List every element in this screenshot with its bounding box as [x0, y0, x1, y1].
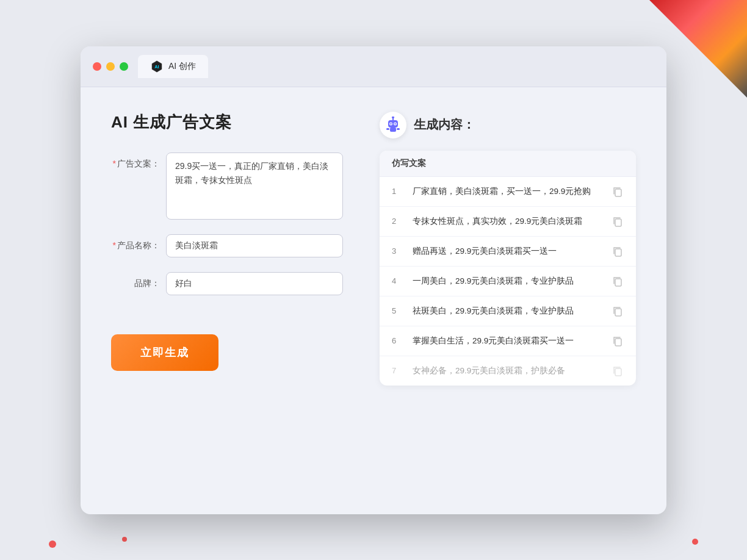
- row-text: 厂家直销，美白淡斑霜，买一送一，29.9元抢购: [413, 186, 603, 197]
- result-section-title: 生成内容：: [414, 117, 475, 133]
- row-text: 赠品再送，29.9元美白淡斑霜买一送一: [413, 246, 603, 257]
- row-number: 1: [392, 187, 404, 196]
- minimize-button[interactable]: [106, 62, 115, 71]
- row-number: 7: [392, 366, 404, 375]
- browser-window: AI AI 创作 AI 生成广告文案 *广告文案： *产品名称：: [81, 46, 666, 514]
- svg-point-6: [390, 123, 391, 124]
- result-row: 2专抹女性斑点，真实功效，29.9元美白淡斑霜: [380, 207, 636, 237]
- brand-label: 品牌：: [111, 272, 160, 289]
- svg-rect-8: [390, 127, 396, 132]
- row-number: 4: [392, 276, 404, 285]
- svg-rect-11: [615, 189, 621, 196]
- svg-text:AI: AI: [154, 63, 159, 69]
- close-button[interactable]: [93, 62, 101, 71]
- required-star-product: *: [113, 240, 116, 250]
- row-text: 一周美白，29.9元美白淡斑霜，专业护肤品: [413, 276, 603, 287]
- generate-button[interactable]: 立即生成: [111, 334, 218, 371]
- result-row: 3赠品再送，29.9元美白淡斑霜买一送一: [380, 237, 636, 267]
- left-panel: AI 生成广告文案 *广告文案： *产品名称： 品牌： 立: [111, 112, 343, 490]
- right-panel: 生成内容： 仿写文案 1厂家直销，美白淡斑霜，买一送一，29.9元抢购 2专抹女…: [380, 112, 636, 490]
- tab-ai-creator[interactable]: AI AI 创作: [138, 55, 208, 78]
- row-text: 女神必备，29.9元美白淡斑霜，护肤必备: [413, 365, 603, 376]
- svg-rect-10: [397, 128, 400, 130]
- result-row: 5祛斑美白，29.9元美白淡斑霜，专业护肤品: [380, 296, 636, 326]
- ad-copy-group: *广告文案：: [111, 153, 343, 220]
- result-header: 生成内容：: [380, 112, 636, 138]
- product-name-label: *产品名称：: [111, 234, 160, 251]
- result-row: 6掌握美白生活，29.9元美白淡斑霜买一送一: [380, 326, 636, 356]
- copy-icon[interactable]: [612, 365, 624, 377]
- svg-rect-15: [615, 309, 621, 316]
- row-number: 2: [392, 217, 404, 226]
- result-row: 4一周美白，29.9元美白淡斑霜，专业护肤品: [380, 267, 636, 296]
- svg-rect-14: [615, 279, 621, 286]
- row-text: 掌握美白生活，29.9元美白淡斑霜买一送一: [413, 336, 603, 346]
- row-number: 3: [392, 246, 404, 256]
- required-star-ad: *: [113, 159, 116, 168]
- svg-point-7: [394, 123, 395, 124]
- decorative-dot-2: [122, 537, 127, 542]
- robot-icon: [380, 112, 406, 138]
- product-name-input[interactable]: [166, 234, 343, 257]
- results-container: 仿写文案 1厂家直销，美白淡斑霜，买一送一，29.9元抢购 2专抹女性斑点，真实…: [380, 151, 636, 386]
- tab-label: AI 创作: [168, 61, 196, 72]
- row-number: 6: [392, 336, 404, 345]
- product-name-group: *产品名称：: [111, 234, 343, 257]
- brand-input[interactable]: [166, 272, 343, 295]
- copy-icon[interactable]: [612, 245, 624, 257]
- svg-rect-17: [615, 368, 621, 376]
- row-text: 专抹女性斑点，真实功效，29.9元美白淡斑霜: [413, 216, 603, 227]
- svg-rect-12: [615, 219, 621, 226]
- copy-icon[interactable]: [612, 335, 624, 347]
- result-row: 7女神必备，29.9元美白淡斑霜，护肤必备: [380, 356, 636, 386]
- svg-rect-13: [615, 249, 621, 256]
- traffic-lights: [93, 62, 128, 71]
- maximize-button[interactable]: [120, 62, 128, 71]
- copy-icon[interactable]: [612, 215, 624, 228]
- result-row: 1厂家直销，美白淡斑霜，买一送一，29.9元抢购: [380, 177, 636, 207]
- svg-rect-9: [386, 128, 389, 130]
- copy-icon[interactable]: [612, 185, 624, 198]
- ad-copy-label: *广告文案：: [111, 153, 160, 170]
- ad-copy-input[interactable]: [166, 153, 343, 220]
- svg-rect-16: [615, 339, 621, 346]
- decorative-dot-3: [692, 539, 698, 545]
- brand-group: 品牌：: [111, 272, 343, 295]
- results-table-header: 仿写文案: [380, 151, 636, 177]
- row-number: 5: [392, 306, 404, 315]
- svg-point-2: [392, 117, 394, 119]
- decorative-dot-1: [49, 540, 56, 548]
- ai-tab-icon: AI: [150, 60, 164, 73]
- result-rows: 1厂家直销，美白淡斑霜，买一送一，29.9元抢购 2专抹女性斑点，真实功效，29…: [380, 177, 636, 386]
- page-title: AI 生成广告文案: [111, 112, 343, 133]
- row-text: 祛斑美白，29.9元美白淡斑霜，专业护肤品: [413, 306, 603, 317]
- robot-svg: [384, 117, 402, 134]
- copy-icon[interactable]: [612, 275, 624, 287]
- title-bar: AI AI 创作: [81, 46, 666, 87]
- main-content: AI 生成广告文案 *广告文案： *产品名称： 品牌： 立: [81, 87, 666, 514]
- copy-icon[interactable]: [612, 305, 624, 317]
